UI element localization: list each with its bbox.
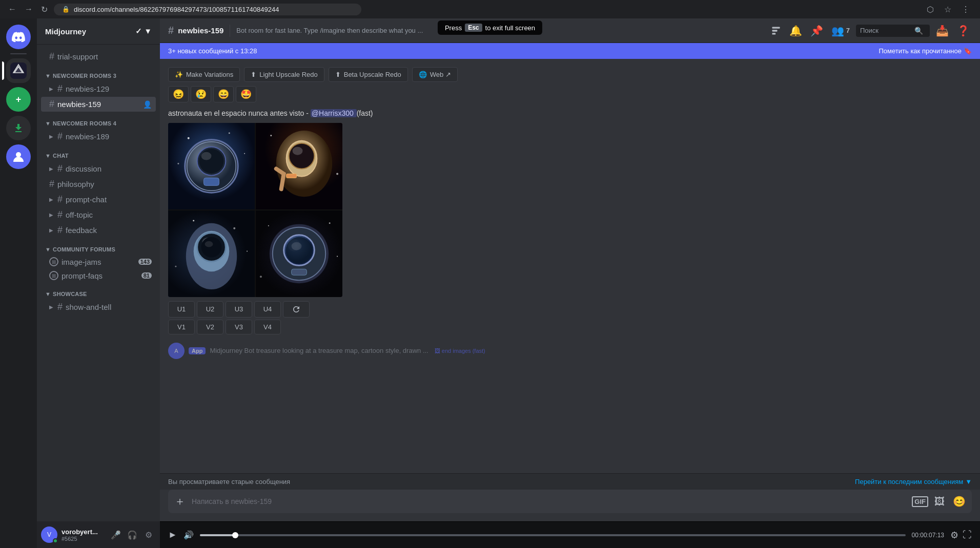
mute-btn[interactable]: 🔊 [183,530,194,540]
channel-item-newbies-129[interactable]: ▶ # newbies-129 [41,81,156,96]
messages-area[interactable]: 3+ новых сообщений с 13:28 Пометить как … [160,43,980,473]
user-avatar[interactable]: V [41,526,57,543]
extensions-btn[interactable]: ⬡ [923,3,938,16]
u3-btn[interactable]: U3 [226,301,252,318]
mark-read-btn[interactable]: Пометить как прочитанное 🔖 [879,47,972,55]
user-avatar-server-icon[interactable] [6,144,31,169]
play-pause-btn[interactable]: ► [168,530,177,540]
url-bar[interactable]: 🔒 discord.com/channels/86226797698429747… [54,4,361,15]
svg-point-23 [293,146,303,155]
svg-point-40 [260,276,262,278]
members-btn[interactable]: 👥 7 [829,23,852,39]
v2-btn[interactable]: V2 [197,320,223,334]
message-mention[interactable]: @Harrisx300 [311,109,357,117]
mute-btn[interactable]: 🎤 [109,528,123,542]
download-server-icon[interactable] [6,116,31,140]
channel-item-prompt-chat[interactable]: ▶ # prompt-chat [41,192,156,207]
new-messages-text: 3+ новых сообщений с 13:28 [168,47,257,55]
emoji-btn-4[interactable]: 🤩 [236,86,256,102]
message-area-content: ✨ Make Variations ⬆ Light Upscale Redo ⬆… [160,59,980,367]
image-cell-3[interactable] [168,210,255,297]
member-count: 7 [846,27,850,34]
message-text: astronauta en el espacio nunca antes vis… [168,109,972,119]
v1-btn[interactable]: V1 [168,320,195,334]
emoji-btn-1[interactable]: 😖 [168,86,189,102]
svg-point-28 [247,250,248,251]
beta-upscale-redo-btn[interactable]: ⬆ Beta Upscale Redo [329,67,408,82]
top-bar: # newbies-159 Bot room for fast lane. Ty… [160,18,980,43]
v3-btn[interactable]: V3 [226,320,252,334]
message-input[interactable] [192,492,908,511]
user-controls: 🎤 🎧 ⚙ [109,528,156,542]
category-community-forums[interactable]: ▼ COMMUNITY FORUMS [37,238,160,255]
emoji-btn-3[interactable]: 😄 [213,86,234,102]
u4-btn[interactable]: U4 [254,301,281,318]
u1-btn[interactable]: U1 [168,301,195,318]
category-chat[interactable]: ▼ CHAT [37,144,160,161]
channel-item-prompt-faqs[interactable]: ⊞ prompt-faqs 81 [41,269,156,282]
channel-item-show-and-tell[interactable]: ▶ # show-and-tell [41,300,156,314]
channel-item-trial-support[interactable]: # trial-support [41,49,156,64]
channel-item-off-topic[interactable]: ▶ # off-topic [41,207,156,222]
channel-item-newbies-189[interactable]: ▶ # newbies-189 [41,129,156,144]
channel-item-image-jams[interactable]: ⊞ image-jams 143 [41,255,156,268]
image-cell-4[interactable] [256,210,342,297]
make-variations-btn[interactable]: ✨ Make Variations [168,67,240,82]
v4-btn[interactable]: V4 [254,320,281,334]
category-label: NEWCOMER ROOMS 3 [53,73,116,79]
emoji-btn-2[interactable]: 😢 [191,86,211,102]
channel-item-discussion[interactable]: ▶ # discussion [41,161,156,176]
add-attachment-btn[interactable]: ＋ [172,490,188,513]
forum-icon: ⊞ [49,257,58,266]
server-header[interactable]: Midjourney ✓ ▼ [37,18,160,45]
nav-back-btn[interactable]: ← [6,3,18,16]
emoji-btn[interactable]: 😊 [951,493,968,510]
help-btn[interactable]: ❓ [955,23,972,39]
svg-rect-2 [772,27,780,28]
settings-btn[interactable]: ⚙ [141,528,156,542]
category-newcomer-rooms-3[interactable]: ▼ NEWCOMER ROOMS 3 [37,65,160,81]
svg-point-45 [286,237,313,263]
svg-point-37 [268,225,269,226]
inbox-btn[interactable]: 📥 [934,23,951,39]
settings-btn[interactable]: ⚙ [950,530,958,541]
category-showcase[interactable]: ▼ SHOWCASE [37,283,160,299]
hash-icon: # [57,302,63,312]
nav-forward-btn[interactable]: → [23,3,35,16]
threads-btn[interactable] [769,24,783,38]
search-input[interactable] [860,27,911,34]
sticker-btn[interactable]: 🖼 [932,494,947,510]
category-newcomer-rooms-4[interactable]: ▼ NEWCOMER ROOMS 4 [37,112,160,129]
green-server-icon[interactable]: + [6,87,31,112]
search-box[interactable]: 🔍 [856,25,930,37]
channel-item-newbies-159[interactable]: # newbies-159 👤 [41,97,156,112]
channel-name-label: show-and-tell [66,303,111,311]
progress-bar[interactable] [200,534,906,536]
variation-buttons-row: V1 V2 V3 V4 [168,320,972,334]
gif-btn[interactable]: GIF [912,496,928,507]
notification-btn[interactable]: 🔔 [787,23,804,39]
fullscreen-btn[interactable]: ⛶ [963,530,972,540]
partial-image-indicator: 🖼 end images (fast) [435,348,485,354]
pinned-btn[interactable]: 📌 [808,23,825,39]
midjourney-server-icon[interactable] [6,58,31,83]
members-icon: 👥 [831,25,844,37]
bookmark-btn[interactable]: ☆ [940,3,955,16]
image-cell-1[interactable] [168,123,255,209]
jump-to-latest-btn[interactable]: Перейти к последним сообщениям ▼ [855,478,972,486]
discord-home-icon[interactable] [6,25,31,49]
u2-btn[interactable]: U2 [197,301,223,318]
collapse-icon: ▼ [45,73,51,79]
deafen-btn[interactable]: 🎧 [125,528,139,542]
browser-menu-btn[interactable]: ⋮ [957,3,974,16]
image-cell-2[interactable] [256,123,342,209]
refresh-btn[interactable] [283,301,310,318]
server-divider [10,53,27,54]
channel-item-feedback[interactable]: ▶ # feedback [41,223,156,238]
nav-refresh-btn[interactable]: ↻ [39,3,50,16]
viewing-old-text: Вы просматриваете старые сообщения [168,478,290,486]
light-upscale-redo-btn[interactable]: ⬆ Light Upscale Redo [244,67,324,82]
web-btn[interactable]: 🌐 Web ↗ [412,67,458,82]
channel-item-philosophy[interactable]: # philosophy [41,177,156,192]
image-grid[interactable] [168,123,342,297]
